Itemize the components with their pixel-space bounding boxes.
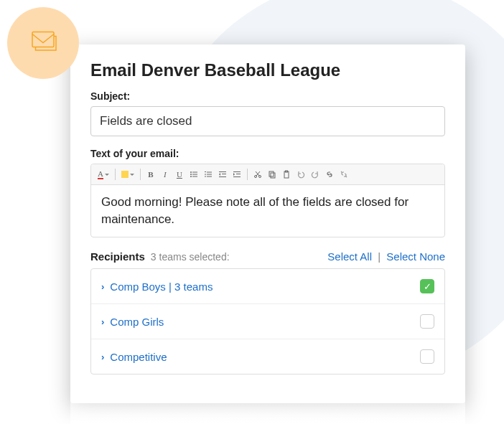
editor-toolbar: A B I U (91, 164, 444, 185)
bold-button[interactable]: B (144, 167, 157, 182)
select-all-link[interactable]: Select All (327, 250, 372, 263)
recipient-checkbox[interactable] (420, 349, 434, 364)
underline-button[interactable]: U (173, 167, 186, 182)
chevron-right-icon: › (101, 281, 104, 292)
link-button[interactable] (323, 167, 336, 182)
chevron-right-icon: › (101, 316, 104, 327)
svg-point-5 (190, 176, 192, 177)
recipients-summary: 3 teams selected: (151, 251, 230, 263)
cut-button[interactable] (251, 167, 264, 182)
recipients-list: › Comp Boys | 3 teams ✓ › Comp Girls › C… (90, 268, 445, 374)
recipient-label[interactable]: Comp Boys | 3 teams (110, 281, 213, 293)
recipients-header: Recipients 3 teams selected: Select All … (90, 250, 445, 263)
svg-rect-21 (269, 171, 274, 176)
outdent-button[interactable] (216, 167, 229, 182)
page-title: Email Denver Baseball League (90, 60, 445, 80)
svg-rect-0 (32, 32, 54, 47)
svg-rect-4 (192, 174, 197, 175)
svg-rect-2 (192, 172, 197, 173)
svg-rect-18 (233, 176, 241, 177)
svg-point-1 (190, 171, 192, 173)
indent-button[interactable] (230, 167, 243, 182)
svg-point-3 (190, 174, 192, 175)
select-none-link[interactable]: Select None (386, 250, 445, 263)
svg-rect-9 (205, 174, 206, 175)
svg-rect-8 (207, 172, 212, 173)
subject-input[interactable] (90, 106, 445, 136)
recipient-label[interactable]: Competitive (110, 351, 167, 363)
recipient-row[interactable]: › Comp Boys | 3 teams ✓ (91, 269, 444, 304)
recipient-label[interactable]: Comp Girls (110, 316, 164, 328)
svg-rect-12 (207, 176, 212, 177)
separator (115, 169, 116, 180)
body-label: Text of your email: (90, 148, 445, 159)
redo-button[interactable] (309, 167, 322, 182)
email-compose-card: Email Denver Baseball League Subject: Te… (70, 44, 465, 403)
bullet-list-button[interactable] (187, 167, 200, 182)
email-body-input[interactable]: Good morning! Please note all of the fie… (91, 185, 444, 237)
separator (247, 169, 248, 180)
separator (140, 169, 141, 180)
svg-rect-11 (205, 176, 206, 177)
mail-icon (26, 24, 60, 62)
recipient-checkbox[interactable] (420, 314, 434, 329)
paste-button[interactable] (280, 167, 293, 182)
svg-rect-15 (219, 176, 226, 177)
recipient-checkbox[interactable]: ✓ (420, 279, 434, 293)
separator: | (378, 250, 381, 263)
chevron-right-icon: › (101, 352, 104, 362)
undo-button[interactable] (294, 167, 307, 182)
svg-rect-16 (233, 171, 241, 172)
svg-rect-7 (205, 171, 206, 172)
font-color-button[interactable]: A (95, 167, 111, 182)
numbered-list-button[interactable] (202, 167, 215, 182)
italic-button[interactable]: I (159, 167, 172, 182)
unlink-button[interactable] (337, 167, 350, 182)
svg-rect-13 (219, 171, 226, 172)
svg-rect-14 (222, 174, 226, 174)
svg-rect-10 (207, 174, 212, 175)
svg-rect-17 (236, 174, 241, 174)
rich-text-editor: A B I U (90, 164, 445, 237)
recipients-title: Recipients (90, 250, 145, 263)
recipient-row[interactable]: › Competitive (91, 339, 444, 374)
bg-color-button[interactable] (119, 167, 136, 182)
svg-rect-22 (271, 173, 275, 178)
mail-badge (7, 7, 79, 79)
copy-button[interactable] (266, 167, 279, 182)
recipient-row[interactable]: › Comp Girls (91, 304, 444, 339)
subject-label: Subject: (90, 90, 445, 102)
svg-rect-6 (192, 176, 197, 177)
